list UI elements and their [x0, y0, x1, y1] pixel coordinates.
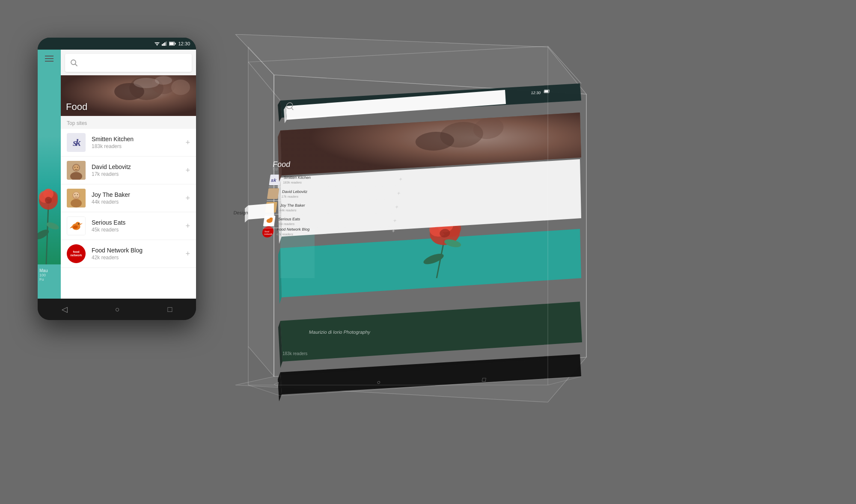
layer-david-lebovitz: David Lebovitz: [282, 190, 308, 194]
svg-point-33: [77, 167, 78, 168]
feed-name-serious-eats: Serious Eats: [92, 219, 185, 226]
svg-point-37: [74, 194, 75, 195]
svg-text:42k readers: 42k readers: [276, 232, 294, 236]
feed-item-joy-the-baker[interactable]: Joy The Baker 44k readers +: [61, 184, 196, 212]
svg-text:network: network: [264, 233, 273, 235]
feed-item-food-network[interactable]: food network Food Network Blog 42k reade…: [61, 240, 196, 268]
avatar-serious-eats: [67, 216, 86, 235]
svg-point-25: [171, 80, 190, 95]
phone-device: 12:30: [38, 38, 196, 320]
svg-point-44: [78, 223, 79, 225]
feed-readers-joy-the-baker: 44k readers: [92, 199, 185, 205]
photo-credit-text: Maurizio di Iorio Photography: [309, 329, 371, 335]
home-button[interactable]: ○: [115, 305, 120, 314]
feed-info-david-lebovitz: David Lebovitz 17k readers: [92, 163, 185, 177]
svg-line-20: [75, 64, 77, 66]
layer-smitten-kitchen: Smitten Kitchen: [283, 175, 311, 180]
svg-rect-4: [162, 44, 163, 46]
phone-sidebar: Mau 100 Fu: [38, 50, 61, 299]
add-joy-the-baker-button[interactable]: +: [185, 194, 190, 203]
svg-point-39: [71, 199, 82, 208]
svg-point-38: [77, 194, 78, 195]
feed-name-food-network: Food Network Blog: [92, 247, 185, 254]
feed-readers-smitten-kitchen: 183k readers: [92, 143, 185, 149]
photographer-label: 183k readers: [282, 351, 307, 356]
feed-info-joy-the-baker: Joy The Baker 44k readers: [92, 191, 185, 205]
svg-rect-10: [169, 42, 174, 45]
hamburger-button[interactable]: [45, 56, 54, 62]
layer-joy-the-baker: Joy The Baker: [280, 203, 305, 208]
svg-marker-106: [248, 203, 274, 219]
exploded-view: Maurizio di Iorio Photography 183k reade…: [214, 34, 813, 462]
svg-point-32: [74, 167, 75, 168]
phone-main: Food Top sites sk Smitten Kitchen 183k r…: [61, 50, 196, 299]
feed-info-food-network: Food Network Blog 42k readers: [92, 247, 185, 261]
david-portrait: [67, 161, 86, 180]
svg-rect-6: [164, 42, 166, 46]
avatar-food-network: food network: [67, 244, 86, 263]
feed-item-smitten-kitchen[interactable]: sk Smitten Kitchen 183k readers +: [61, 129, 196, 157]
avatar-smitten-kitchen: sk: [67, 133, 86, 152]
top-sites-label: Top sites: [61, 116, 196, 129]
add-serious-eats-button[interactable]: +: [185, 222, 190, 231]
feed-name-david-lebovitz: David Lebovitz: [92, 163, 185, 170]
recents-button[interactable]: □: [167, 305, 172, 314]
search-icon: [70, 59, 78, 67]
feed-item-david-lebovitz[interactable]: David Lebovitz 17k readers +: [61, 157, 196, 184]
food-hero-title: Food: [66, 101, 87, 112]
serious-eats-bird: [67, 216, 85, 235]
feed-name-smitten-kitchen: Smitten Kitchen: [92, 136, 185, 142]
battery-icon: [169, 42, 176, 46]
back-button[interactable]: ◁: [62, 305, 68, 314]
rose-illustration: [38, 170, 61, 264]
svg-point-3: [157, 45, 158, 46]
joy-portrait: [67, 189, 86, 208]
layer-serious-eats: Serious Eats: [278, 217, 301, 221]
food-hero: Food: [61, 75, 196, 116]
isometric-svg: Maurizio di Iorio Photography 183k reade…: [214, 34, 663, 441]
food-hero-overlay: Food: [61, 98, 196, 116]
status-bar: 12:30: [38, 38, 196, 50]
feed-info-serious-eats: Serious Eats 45k readers: [92, 219, 185, 233]
avatar-joy-the-baker: [67, 189, 86, 208]
avatar-david-lebovitz: [67, 161, 86, 180]
feed-name-joy-the-baker: Joy The Baker: [92, 191, 185, 198]
add-food-network-button[interactable]: +: [185, 249, 190, 258]
hamburger-line-2: [45, 58, 54, 59]
feed-list: sk Smitten Kitchen 183k readers +: [61, 129, 196, 299]
svg-point-18: [45, 197, 52, 204]
svg-text:17k readers: 17k readers: [281, 195, 299, 199]
hamburger-line-1: [45, 56, 54, 56]
wifi-icon: [155, 42, 160, 46]
add-david-lebovitz-button[interactable]: +: [185, 166, 190, 175]
sidebar-bottom-text: Mau 100 Fu: [39, 268, 48, 282]
svg-text:44k readers: 44k readers: [279, 208, 297, 212]
svg-text:183k readers: 183k readers: [283, 181, 302, 184]
feed-info-smitten-kitchen: Smitten Kitchen 183k readers: [92, 136, 185, 149]
svg-rect-7: [166, 42, 167, 46]
svg-rect-72: [267, 188, 279, 199]
status-time: 12:30: [178, 41, 190, 46]
design-tab-label: Design: [233, 210, 248, 215]
layer-time: 12:30: [531, 91, 541, 95]
feed-item-serious-eats[interactable]: Serious Eats 45k readers +: [61, 212, 196, 240]
search-bar[interactable]: [65, 54, 192, 72]
signal-icon: [162, 42, 167, 46]
svg-point-12: [38, 228, 51, 241]
layer-food-title: Food: [272, 160, 291, 169]
phone-navbar: ◁ ○ □: [38, 299, 196, 320]
feed-readers-food-network: 42k readers: [92, 255, 185, 261]
feed-readers-david-lebovitz: 17k readers: [92, 171, 185, 177]
svg-rect-5: [163, 43, 164, 46]
status-icons: 12:30: [155, 41, 190, 46]
svg-point-27: [155, 76, 172, 85]
layer-back-icon: ◁: [273, 380, 279, 387]
hamburger-line-3: [45, 61, 54, 62]
feed-readers-serious-eats: 45k readers: [92, 227, 185, 233]
svg-rect-9: [175, 43, 176, 44]
svg-text:45k readers: 45k readers: [277, 222, 295, 226]
phone-content: Mau 100 Fu: [38, 50, 196, 299]
add-smitten-kitchen-button[interactable]: +: [185, 138, 190, 147]
sidebar-photo: [38, 136, 61, 264]
